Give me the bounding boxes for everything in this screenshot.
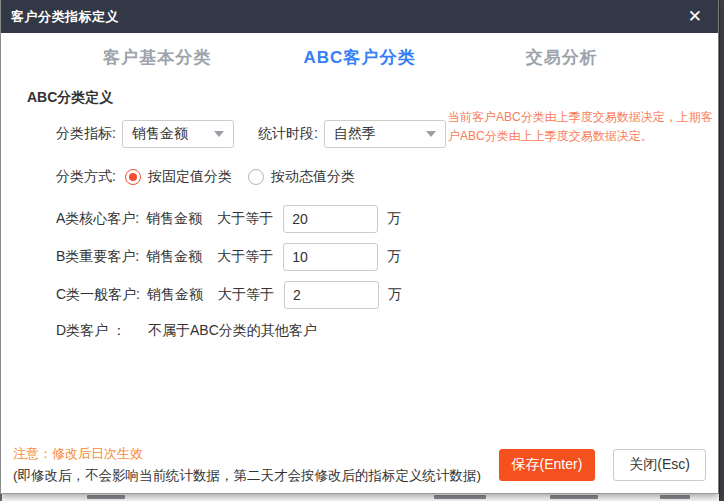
- background-cutoff-text: [550, 495, 598, 499]
- tab-transaction-analysis[interactable]: 交易分析: [461, 46, 663, 69]
- tab-abc-classification[interactable]: ABC客户分类: [258, 46, 460, 69]
- method-label: 分类方式:: [56, 168, 116, 186]
- class-a-operator: 大于等于: [217, 210, 273, 228]
- customer-classification-dialog: 客户分类指标定义 ✕ 客户基本分类 ABC客户分类 交易分析 ABC分类定义 分…: [0, 0, 719, 494]
- class-a-label: A类核心客户:: [56, 210, 139, 228]
- class-b-label: B类重要客户:: [56, 248, 139, 266]
- period-select-value: 自然季: [334, 125, 376, 143]
- close-icon[interactable]: ✕: [686, 0, 704, 33]
- background-cutoff-text: [434, 495, 486, 499]
- radio-fixed-value[interactable]: [125, 169, 141, 185]
- radio-dynamic-value[interactable]: [248, 169, 264, 185]
- threshold-row-c: C类一般客户: 销售金额 大于等于 万: [56, 281, 718, 309]
- class-b-unit: 万: [387, 248, 401, 266]
- chevron-down-icon: [214, 131, 224, 137]
- class-b-operator: 大于等于: [217, 248, 273, 266]
- class-b-metric: 销售金额: [146, 248, 202, 266]
- class-c-operator: 大于等于: [218, 286, 274, 304]
- dimmed-background-bottom: [0, 494, 719, 501]
- metric-select-value: 销售金额: [132, 125, 188, 143]
- class-a-metric: 销售金额: [146, 210, 202, 228]
- dimmed-background-right: [719, 0, 724, 501]
- class-d-label: D类客户 ：: [56, 322, 126, 340]
- chevron-down-icon: [426, 131, 436, 137]
- dialog-title: 客户分类指标定义: [11, 8, 119, 26]
- class-b-threshold-input[interactable]: [283, 243, 378, 271]
- footer-notes: 注意：修改后日次生效 (即修改后，不会影响当前统计数据，第二天才会按修改后的指标…: [13, 445, 499, 485]
- save-button[interactable]: 保存(Enter): [499, 449, 596, 481]
- method-row: 分类方式: 按固定值分类 按动态值分类: [56, 168, 718, 186]
- dialog-titlebar: 客户分类指标定义 ✕: [1, 0, 718, 33]
- dialog-footer: 注意：修改后日次生效 (即修改后，不会影响当前统计数据，第二天才会按修改后的指标…: [1, 445, 718, 485]
- metric-label: 分类指标:: [56, 125, 116, 143]
- class-c-threshold-input[interactable]: [284, 281, 379, 309]
- radio-dynamic-value-label[interactable]: 按动态值分类: [271, 168, 355, 186]
- metric-select[interactable]: 销售金额: [122, 120, 234, 148]
- threshold-row-b: B类重要客户: 销售金额 大于等于 万: [56, 243, 718, 271]
- class-d-description: 不属于ABC分类的其他客户: [148, 322, 317, 340]
- class-d-row: D类客户 ： 不属于ABC分类的其他客户: [56, 322, 718, 340]
- threshold-row-a: A类核心客户: 销售金额 大于等于 万: [56, 205, 718, 233]
- abc-definition-form: 分类指标: 销售金额 统计时段: 自然季 当前客户ABC分类由上季度交易数据决定…: [1, 120, 718, 340]
- tab-basic-classification[interactable]: 客户基本分类: [56, 46, 258, 69]
- class-c-metric: 销售金额: [147, 286, 203, 304]
- background-cutoff-text: [660, 495, 690, 499]
- background-cutoff-text: [87, 495, 125, 499]
- class-c-unit: 万: [388, 286, 402, 304]
- footer-note-title: 注意：修改后日次生效: [13, 445, 499, 463]
- class-c-label: C类一般客户:: [56, 286, 140, 304]
- class-a-threshold-input[interactable]: [283, 205, 378, 233]
- section-title: ABC分类定义: [27, 89, 718, 107]
- period-hint-note: 当前客户ABC分类由上季度交易数据决定，上期客户ABC分类由上上季度交易数据决定…: [448, 108, 716, 145]
- footer-note-detail: (即修改后，不会影响当前统计数据，第二天才会按修改后的指标定义统计数据): [13, 467, 499, 485]
- tab-bar: 客户基本分类 ABC客户分类 交易分析: [1, 33, 718, 81]
- close-button[interactable]: 关闭(Esc): [613, 449, 706, 481]
- period-label: 统计时段:: [258, 125, 318, 143]
- radio-fixed-value-label[interactable]: 按固定值分类: [148, 168, 232, 186]
- period-select[interactable]: 自然季: [324, 120, 446, 148]
- class-a-unit: 万: [387, 210, 401, 228]
